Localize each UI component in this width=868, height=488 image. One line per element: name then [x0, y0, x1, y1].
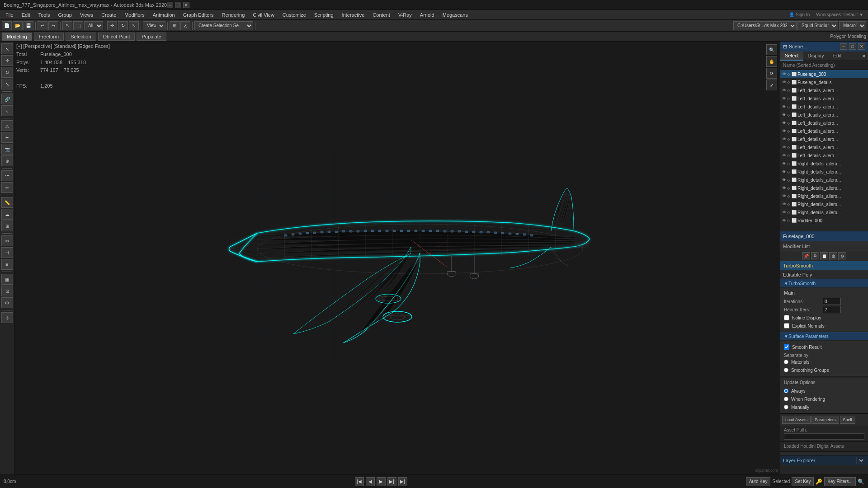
- angle-snap[interactable]: ∡: [180, 21, 190, 30]
- scene-item-9[interactable]: 👁 ◇ ⬜ Left_details_ailero...: [780, 135, 868, 143]
- load-assets-btn[interactable]: Load Assets: [782, 416, 811, 424]
- nav-maximize[interactable]: ⤢: [766, 80, 777, 90]
- tab-edit[interactable]: Edit: [829, 52, 846, 61]
- tl-go-start[interactable]: |◀: [355, 477, 364, 486]
- left-paint-btn[interactable]: ✏: [1, 182, 13, 193]
- sign-in-label[interactable]: 👤 Sign In: [786, 12, 812, 17]
- scene-item-16[interactable]: 👁 ◇ ⬜ Right_details_ailero...: [780, 192, 868, 200]
- menu-customize[interactable]: Customize: [279, 11, 310, 19]
- scene-item-fuselage000[interactable]: 👁 ◇ ⬜ Fuselage_000: [780, 70, 868, 78]
- view-dropdown[interactable]: View: [143, 21, 165, 30]
- move-btn[interactable]: ✛: [107, 21, 117, 30]
- when-rendering-radio[interactable]: [784, 397, 788, 401]
- menu-group[interactable]: Group: [54, 11, 75, 19]
- menu-tools[interactable]: Tools: [35, 11, 54, 19]
- left-rotate-btn[interactable]: ↻: [1, 67, 13, 78]
- scene-item-7[interactable]: 👁 ◇ ⬜ Left_details_ailero...: [780, 119, 868, 127]
- menu-interactive[interactable]: Interactive: [338, 11, 368, 19]
- menu-animation[interactable]: Animation: [149, 11, 179, 19]
- scene-item-11[interactable]: 👁 ◇ ⬜ Left_details_ailero...: [780, 151, 868, 160]
- render-iters-input[interactable]: [823, 306, 841, 313]
- left-helper-btn[interactable]: ⊕: [1, 155, 13, 166]
- scene-item-18[interactable]: 👁 ◇ ⬜ Right_details_ailero...: [780, 208, 868, 216]
- minimize-button[interactable]: ─: [167, 2, 173, 8]
- select-type-dropdown[interactable]: All: [84, 21, 103, 30]
- menu-civil-view[interactable]: Civil View: [249, 11, 278, 19]
- iterations-input[interactable]: [823, 298, 841, 305]
- mod-pin-btn[interactable]: 📌: [802, 252, 810, 260]
- menu-megascans[interactable]: Megascans: [439, 11, 472, 19]
- redo-btn[interactable]: ↪: [48, 21, 58, 30]
- scene-item-14[interactable]: 👁 ◇ ⬜ Right_details_ailero...: [780, 176, 868, 184]
- always-radio[interactable]: [784, 389, 788, 393]
- left-camera-btn[interactable]: 📷: [1, 144, 13, 155]
- layer-explorer[interactable]: Layer Explorer: [780, 455, 868, 465]
- left-link-btn[interactable]: 🔗: [1, 94, 13, 104]
- menu-scripting[interactable]: Scripting: [311, 11, 337, 19]
- scene-item-12[interactable]: 👁 ◇ ⬜ Right_details_ailero...: [780, 160, 868, 168]
- materials-radio[interactable]: [784, 360, 788, 364]
- menu-content[interactable]: Content: [369, 11, 394, 19]
- set-key-btn[interactable]: Set Key: [792, 477, 814, 486]
- undo-btn[interactable]: ↩: [38, 21, 47, 30]
- scene-item-15[interactable]: 👁 ◇ ⬜ Right_details_ailero...: [780, 184, 868, 192]
- smooth-result-checkbox[interactable]: [784, 344, 789, 350]
- macro-dropdown[interactable]: Macro1: [839, 21, 866, 30]
- tl-next-key[interactable]: ▶|: [387, 477, 396, 486]
- left-align-btn[interactable]: ≡: [1, 259, 13, 270]
- mod-delete-btn[interactable]: 🗑: [829, 252, 837, 260]
- scene-item-3[interactable]: 👁 ◇ ⬜ Left_details_ailero...: [780, 86, 868, 94]
- parameters-btn[interactable]: Parameters: [811, 416, 839, 424]
- tab-object-paint[interactable]: Object Paint: [98, 33, 135, 41]
- close-button[interactable]: ✕: [183, 2, 189, 8]
- tab-freeform[interactable]: Freeform: [34, 33, 64, 41]
- maximize-button[interactable]: □: [175, 2, 181, 8]
- viewport[interactable]: [+] [Perspective] [Standard] [Edged Face…: [14, 42, 780, 474]
- mod-entry-editable-poly[interactable]: Editable Poly: [780, 270, 868, 279]
- left-move-btn[interactable]: ✛: [1, 55, 13, 66]
- mod-paste-btn[interactable]: 📋: [820, 252, 828, 260]
- modifier-scrollbar[interactable]: [780, 451, 868, 455]
- left-measure-btn[interactable]: 📏: [1, 197, 13, 208]
- scene-max-btn[interactable]: □: [849, 43, 856, 50]
- save-btn[interactable]: 💾: [24, 21, 33, 30]
- select-btn[interactable]: ↖: [62, 21, 72, 30]
- left-shape-btn[interactable]: △: [1, 120, 13, 131]
- scene-item-13[interactable]: 👁 ◇ ⬜ Right_details_ailero...: [780, 168, 868, 176]
- scene-item-fuselage-details[interactable]: 👁 ◇ ⬜ Fuselage_details: [780, 78, 868, 86]
- left-cloud-btn[interactable]: ☁: [1, 209, 13, 220]
- tab-select[interactable]: Select: [780, 52, 803, 61]
- isoline-checkbox[interactable]: [784, 315, 789, 320]
- menu-arnold[interactable]: Arnold: [416, 11, 438, 19]
- left-light-btn[interactable]: ☀: [1, 132, 13, 143]
- scene-min-btn[interactable]: ─: [840, 43, 847, 50]
- scale-btn[interactable]: ⤡: [129, 21, 139, 30]
- left-spline-btn[interactable]: 〜: [1, 170, 13, 181]
- open-btn[interactable]: 📂: [13, 21, 23, 30]
- key-filters-btn[interactable]: Key Filters...: [824, 477, 856, 486]
- mod-config-btn[interactable]: ⚙: [838, 252, 846, 260]
- shelf-btn[interactable]: Shelf: [840, 416, 856, 424]
- menu-edit[interactable]: Edit: [18, 11, 34, 19]
- rotate-btn[interactable]: ↻: [118, 21, 128, 30]
- scene-item-5[interactable]: 👁 ◇ ⬜ Left_details_ailero...: [780, 103, 868, 111]
- tab-populate[interactable]: Populate: [137, 33, 166, 41]
- menu-vray[interactable]: V-Ray: [395, 11, 415, 19]
- layer-dropdown[interactable]: [856, 457, 865, 464]
- mod-entry-turbosmooth[interactable]: TurboSmooth: [780, 261, 868, 270]
- nav-zoom[interactable]: 🔍: [766, 44, 777, 55]
- snap-toggle[interactable]: ⊞: [170, 21, 179, 30]
- menu-graph-editors[interactable]: Graph Editors: [179, 11, 217, 19]
- left-grid-btn[interactable]: ⊞: [1, 221, 13, 231]
- turbosmooth-section-header[interactable]: ▼ TurboSmooth: [780, 279, 868, 287]
- explicit-checkbox[interactable]: [784, 323, 789, 328]
- create-selection-dropdown[interactable]: Create Selection Se: [194, 21, 253, 30]
- smoothing-groups-radio[interactable]: [784, 368, 788, 372]
- scene-close-x[interactable]: ✕: [859, 52, 868, 61]
- menu-file[interactable]: File: [2, 11, 17, 19]
- left-reactor-btn[interactable]: ⚙: [1, 297, 13, 308]
- auto-key-btn[interactable]: Auto Key: [746, 477, 771, 486]
- tab-display[interactable]: Display: [803, 52, 829, 61]
- menu-views[interactable]: Views: [76, 11, 97, 19]
- scene-close-btn[interactable]: ✕: [858, 43, 865, 50]
